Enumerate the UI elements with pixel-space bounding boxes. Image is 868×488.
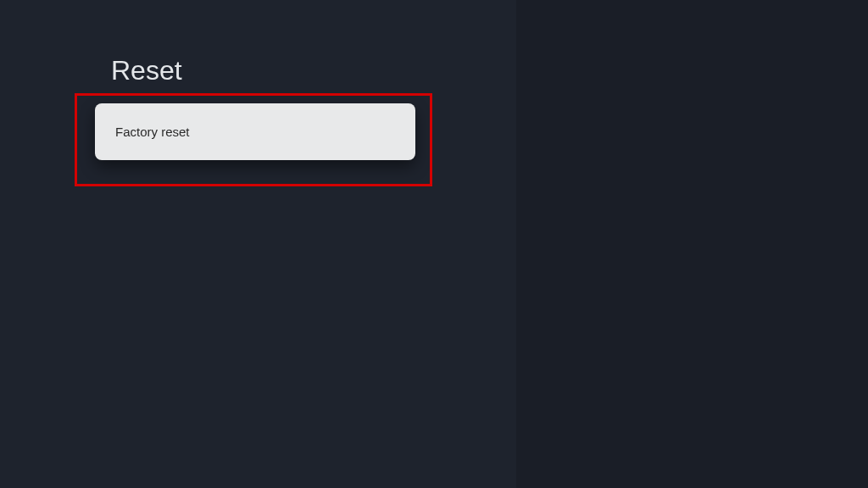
left-panel — [0, 0, 516, 488]
right-panel — [516, 0, 868, 488]
option-label: Factory reset — [115, 125, 190, 139]
page-title: Reset — [111, 55, 182, 86]
factory-reset-option[interactable]: Factory reset — [95, 103, 415, 160]
